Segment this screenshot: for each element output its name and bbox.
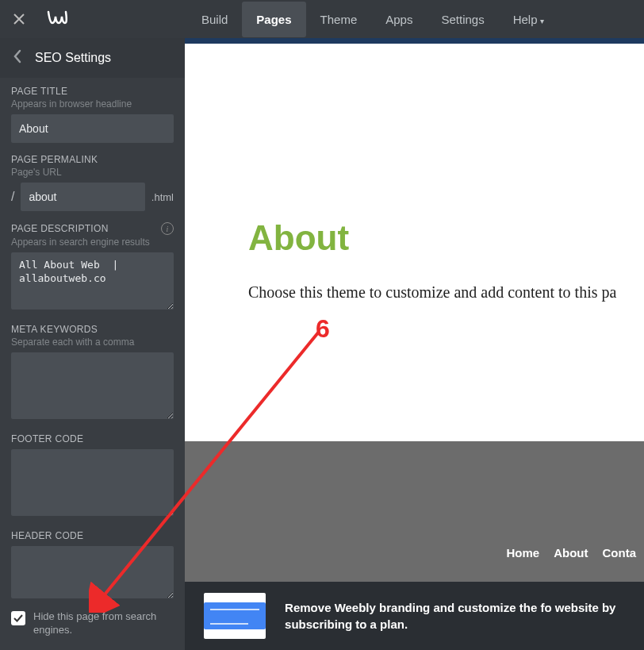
description-hint: Appears in search engine results bbox=[11, 237, 174, 248]
meta-textarea[interactable] bbox=[11, 352, 174, 419]
nav-pages[interactable]: Pages bbox=[242, 2, 305, 37]
close-icon[interactable] bbox=[0, 13, 38, 25]
footer-nav: Home About Conta bbox=[506, 546, 644, 560]
weebly-logo-icon bbox=[38, 9, 76, 29]
nav-theme[interactable]: Theme bbox=[306, 2, 372, 37]
meta-hint: Separate each with a comma bbox=[11, 337, 174, 348]
page-heading: About bbox=[248, 218, 644, 258]
upgrade-banner[interactable]: Remove Weebly branding and customize the… bbox=[185, 582, 644, 650]
footer-nav-about[interactable]: About bbox=[554, 546, 588, 560]
page-title-hint: Appears in browser headline bbox=[11, 98, 174, 110]
nav-settings[interactable]: Settings bbox=[427, 2, 498, 37]
page-title-input[interactable] bbox=[11, 114, 174, 143]
hide-page-row: Hide this page from search engines. bbox=[0, 600, 185, 650]
sidebar-title: SEO Settings bbox=[35, 51, 111, 65]
description-label: PAGE DESCRIPTION bbox=[11, 223, 109, 234]
meta-label: META KEYWORDS bbox=[11, 324, 174, 335]
back-icon[interactable] bbox=[13, 49, 22, 67]
page-preview: About Choose this theme to customize and… bbox=[185, 38, 644, 650]
hide-page-checkbox[interactable] bbox=[11, 611, 25, 625]
nav-apps[interactable]: Apps bbox=[371, 2, 427, 37]
footer-nav-home[interactable]: Home bbox=[506, 546, 539, 560]
footer-nav-contact[interactable]: Conta bbox=[603, 546, 637, 560]
info-icon[interactable]: i bbox=[161, 222, 174, 235]
hide-page-label: Hide this page from search engines. bbox=[33, 610, 174, 637]
chevron-down-icon: ▾ bbox=[540, 17, 544, 25]
footer-code-label: FOOTER CODE bbox=[11, 433, 174, 444]
sidebar-header: SEO Settings bbox=[0, 38, 185, 78]
nav-help[interactable]: Help▾ bbox=[499, 2, 558, 37]
preview-content: About Choose this theme to customize and… bbox=[185, 44, 644, 441]
page-title-label: PAGE TITLE bbox=[11, 86, 174, 97]
permalink-hint: Page's URL bbox=[11, 167, 174, 178]
permalink-ext: .html bbox=[151, 191, 174, 203]
page-body-text: Choose this theme to customize and add c… bbox=[248, 283, 644, 302]
seo-sidebar: SEO Settings PAGE TITLE Appears in brows… bbox=[0, 38, 185, 650]
header-code-label: HEADER CODE bbox=[11, 530, 174, 541]
nav-build[interactable]: Build bbox=[187, 2, 242, 37]
upgrade-text: Remove Weebly branding and customize the… bbox=[285, 599, 625, 633]
footer-code-textarea[interactable] bbox=[11, 449, 174, 516]
preview-topstrip bbox=[185, 38, 644, 44]
permalink-input[interactable] bbox=[21, 183, 144, 211]
permalink-slash: / bbox=[11, 190, 14, 204]
permalink-label: PAGE PERMALINK bbox=[11, 154, 174, 165]
header-code-textarea[interactable] bbox=[11, 546, 174, 598]
top-nav: Build Pages Theme Apps Settings Help▾ bbox=[0, 0, 644, 38]
nav-items: Build Pages Theme Apps Settings Help▾ bbox=[187, 2, 558, 37]
annotation-number: 6 bbox=[316, 314, 330, 344]
description-textarea[interactable] bbox=[11, 252, 174, 310]
upgrade-thumb bbox=[204, 593, 266, 639]
